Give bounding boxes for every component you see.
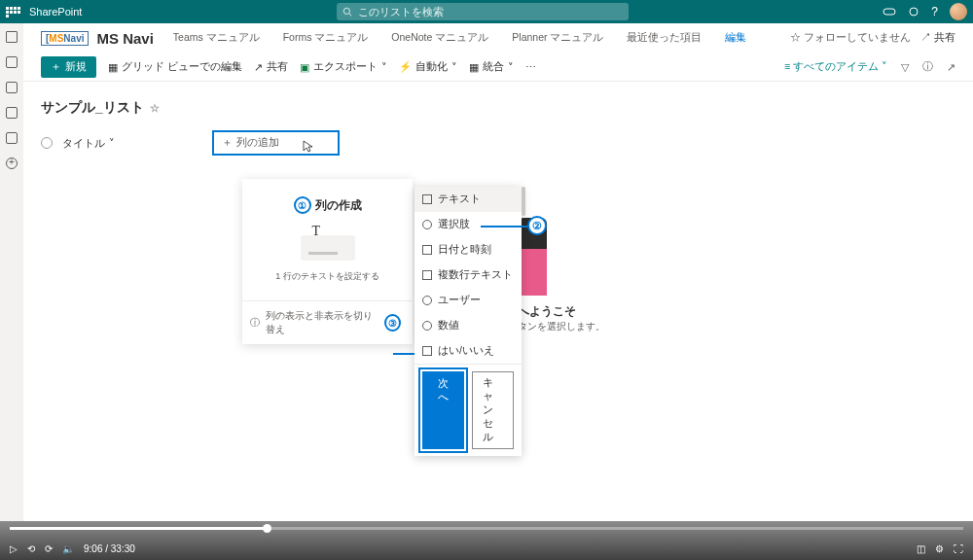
type-text[interactable]: テキスト (414, 187, 522, 212)
type-multiline[interactable]: 複数行テキスト (414, 262, 522, 288)
info-small-icon: ⓘ (250, 316, 260, 330)
svg-rect-2 (883, 9, 895, 15)
column-type-illustration (301, 235, 355, 261)
info-icon[interactable]: ⓘ (922, 60, 933, 74)
new-button[interactable]: ＋ 新規 (41, 56, 96, 78)
nav-onenote[interactable]: OneNote マニュアル (391, 31, 488, 45)
type-number[interactable]: 数値 (414, 313, 522, 338)
help-icon[interactable]: ? (931, 5, 938, 18)
panel-title: 列の作成 (315, 198, 362, 212)
column-title[interactable]: タイトル ˅ (62, 136, 115, 151)
nav-edit[interactable]: 編集 (725, 31, 746, 45)
annotation-2-line (481, 226, 527, 228)
nav-recent[interactable]: 最近使った項目 (627, 31, 702, 45)
list-area: サンプル_リスト☆ タイトル ˅ ＋ 列の追加 (23, 82, 973, 156)
site-area: [MSNavi MS Navi Teams マニュアル Forms マニュアル … (23, 23, 973, 521)
nav-planner[interactable]: Planner マニュアル (512, 31, 603, 45)
welcome-sub: タンを選択します。 (518, 320, 605, 333)
settings-icon[interactable] (908, 6, 919, 18)
create-column-panel: ①列の作成 1 行のテキストを設定する ⓘ 列の表示と非表示を切り替え ③ (242, 179, 413, 344)
nav-teams[interactable]: Teams マニュアル (173, 31, 260, 45)
annotation-2: ② (527, 216, 547, 235)
suite-bar: SharePoint このリストを検索 ? (0, 0, 973, 23)
home-icon[interactable] (6, 31, 18, 43)
search-box[interactable]: このリストを検索 (337, 3, 629, 20)
top-nav: Teams マニュアル Forms マニュアル OneNote マニュアル Pl… (173, 31, 747, 45)
type-yesno[interactable]: はい/いいえ (414, 338, 522, 364)
scrollbar[interactable] (522, 187, 525, 216)
create-icon[interactable]: + (6, 158, 18, 169)
next-button[interactable]: 次へ (422, 371, 464, 449)
cc-icon[interactable]: ◫ (917, 543, 925, 554)
automate-button[interactable]: ⚡ 自動化 ˅ (399, 60, 457, 74)
export-button[interactable]: ▣ エクスポート ˅ (300, 60, 387, 74)
share-button[interactable]: ↗ 共有 (254, 60, 288, 74)
type-person[interactable]: ユーザー (414, 288, 522, 313)
search-icon (342, 7, 352, 17)
integrate-button[interactable]: ▦ 統合 ˅ (469, 60, 514, 74)
site-logo[interactable]: [MSNavi (41, 31, 89, 46)
avatar[interactable] (950, 3, 967, 20)
site-header: [MSNavi MS Navi Teams マニュアル Forms マニュアル … (23, 23, 973, 52)
command-bar: ＋ 新規 ▦ グリッド ビューでの編集 ↗ 共有 ▣ エクスポート ˅ ⚡ 自動… (23, 52, 973, 82)
app-launcher-icon[interactable] (6, 7, 21, 18)
time-display: 9:06 / 33:30 (84, 543, 135, 554)
search-placeholder: このリストを検索 (358, 5, 444, 19)
favorite-icon[interactable]: ☆ (150, 102, 160, 115)
premium-icon[interactable] (883, 6, 896, 18)
type-datetime[interactable]: 日付と時刻 (414, 237, 522, 262)
share-site-button[interactable]: ↗ 共有 (920, 31, 955, 45)
fullscreen-icon[interactable]: ⛶ (954, 543, 963, 554)
grid-view-button[interactable]: ▦ グリッド ビューでの編集 (108, 60, 242, 74)
type-choice[interactable]: 選択肢 (414, 212, 522, 237)
annotation-3: ③ (384, 314, 401, 332)
mysites-icon[interactable] (6, 56, 18, 68)
panel-desc: 1 行のテキストを設定する (242, 270, 413, 283)
welcome-title: へようこそ (518, 303, 605, 320)
filter-icon[interactable]: ▽ (901, 61, 909, 73)
expand-icon[interactable]: ↗ (947, 61, 955, 73)
toggle-columns-link[interactable]: 列の表示と非表示を切り替え (266, 309, 378, 336)
svg-line-1 (349, 14, 352, 17)
annotation-3-line (393, 353, 414, 355)
app-name: SharePoint (29, 6, 82, 18)
lists-icon[interactable] (6, 107, 18, 119)
pages-icon[interactable] (6, 132, 18, 144)
select-all[interactable] (41, 137, 53, 149)
svg-point-0 (343, 8, 349, 14)
annotation-1: ① (294, 196, 311, 214)
settings-video-icon[interactable]: ⚙ (935, 543, 944, 554)
progress-bar[interactable] (10, 527, 963, 530)
cancel-button[interactable]: キャンセル (472, 371, 514, 449)
volume-icon[interactable]: 🔈 (62, 543, 74, 554)
skip-fwd-icon[interactable]: ⟳ (45, 543, 53, 554)
left-rail: + (0, 23, 23, 521)
site-title[interactable]: MS Navi (96, 30, 153, 47)
video-controls: ▷ ⟲ ⟳ 🔈 9:06 / 33:30 ◫ ⚙ ⛶ (0, 521, 973, 560)
overflow-button[interactable]: ⋯ (525, 61, 536, 73)
skip-back-icon[interactable]: ⟲ (27, 543, 35, 554)
files-icon[interactable] (6, 82, 18, 93)
list-title: サンプル_リスト☆ (41, 99, 160, 117)
nav-forms[interactable]: Forms マニュアル (283, 31, 369, 45)
svg-point-3 (910, 8, 918, 16)
play-icon[interactable]: ▷ (10, 543, 18, 554)
welcome-hero: へようこそ タンを選択します。 (518, 218, 605, 333)
add-column-button[interactable]: ＋ 列の追加 (212, 130, 340, 156)
cursor-icon (303, 140, 314, 154)
follow-button[interactable]: ☆ フォローしていません (790, 31, 911, 45)
view-selector[interactable]: ≡ すべてのアイテム ˅ (784, 60, 887, 74)
